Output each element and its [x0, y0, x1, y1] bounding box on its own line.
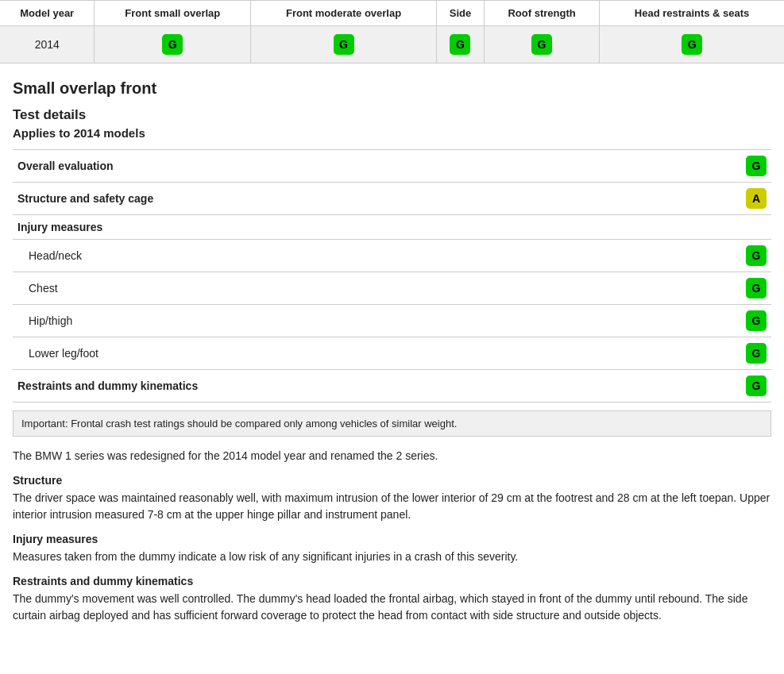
detail-row: Structure and safety cageA [13, 183, 771, 215]
detail-rating-cell: G [740, 272, 771, 305]
rating-badge: G [162, 34, 183, 55]
detail-rating-cell: G [740, 150, 771, 183]
detail-label: Structure and safety cage [13, 183, 740, 215]
table-header: Roof strength [484, 1, 599, 26]
important-note: Important: Frontal crash test ratings sh… [13, 410, 771, 437]
detail-rating-cell: G [740, 337, 771, 370]
paragraph-text: The BMW 1 series was redesigned for the … [13, 448, 771, 464]
detail-row: Restraints and dummy kinematicsG [13, 370, 771, 402]
detail-rating-cell: A [740, 183, 771, 215]
table-header: Model year [0, 1, 95, 26]
detail-label: Restraints and dummy kinematics [13, 370, 740, 402]
paragraph-block: Injury measuresMeasures taken from the d… [13, 533, 771, 565]
table-row: 2014GGGGG [0, 26, 784, 64]
rating-badge: G [746, 245, 767, 266]
main-content: Small overlap front Test details Applies… [0, 64, 784, 649]
rating-badge: G [450, 34, 470, 55]
detail-rating-cell [740, 215, 771, 240]
rating-cell: G [437, 26, 485, 64]
rating-cell: G [484, 26, 599, 64]
detail-row: ChestG [13, 272, 771, 305]
paragraph-text: Measures taken from the dummy indicate a… [13, 549, 771, 565]
rating-badge: G [746, 310, 767, 331]
rating-badge: G [746, 376, 767, 396]
detail-label: Hip/thigh [13, 305, 740, 337]
detail-label: Overall evaluation [13, 150, 740, 183]
detail-rating-cell: G [740, 370, 771, 402]
rating-badge: G [746, 278, 767, 298]
table-header: Front small overlap [95, 1, 251, 26]
paragraph-heading: Restraints and dummy kinematics [13, 575, 771, 587]
test-details-title: Test details [13, 107, 771, 123]
rating-badge: G [334, 34, 354, 55]
rating-badge: G [682, 34, 702, 55]
paragraph-text: The driver space was maintained reasonab… [13, 490, 771, 523]
rating-badge: A [746, 188, 767, 209]
detail-row: Hip/thighG [13, 305, 771, 337]
table-header: Side [437, 1, 485, 26]
rating-badge: G [746, 343, 767, 364]
paragraph-block: Restraints and dummy kinematicsThe dummy… [13, 575, 771, 624]
paragraph-block: StructureThe driver space was maintained… [13, 474, 771, 523]
rating-badge: G [746, 156, 767, 176]
rating-cell: G [600, 26, 784, 64]
paragraph-heading: Structure [13, 474, 771, 487]
detail-row: Head/neckG [13, 240, 771, 272]
detail-rating-cell: G [740, 305, 771, 337]
detail-row: Overall evaluationG [13, 150, 771, 183]
detail-label: Lower leg/foot [13, 337, 740, 370]
details-table: Overall evaluationGStructure and safety … [13, 149, 771, 402]
detail-row: Lower leg/footG [13, 337, 771, 370]
detail-label: Injury measures [13, 215, 740, 240]
summary-table: Model yearFront small overlapFront moder… [0, 0, 784, 64]
paragraph-heading: Injury measures [13, 533, 771, 545]
section-title: Small overlap front [13, 79, 771, 98]
detail-row: Injury measures [13, 215, 771, 240]
table-header: Front moderate overlap [251, 1, 437, 26]
rating-badge: G [531, 34, 552, 55]
rating-cell: G [251, 26, 437, 64]
detail-label: Chest [13, 272, 740, 305]
detail-label: Head/neck [13, 240, 740, 272]
table-header: Head restraints & seats [600, 1, 784, 26]
paragraph-block: The BMW 1 series was redesigned for the … [13, 448, 771, 464]
model-year-cell: 2014 [0, 26, 95, 64]
paragraph-text: The dummy's movement was well controlled… [13, 591, 771, 624]
detail-rating-cell: G [740, 240, 771, 272]
rating-cell: G [95, 26, 251, 64]
applies-to: Applies to 2014 models [13, 126, 771, 140]
